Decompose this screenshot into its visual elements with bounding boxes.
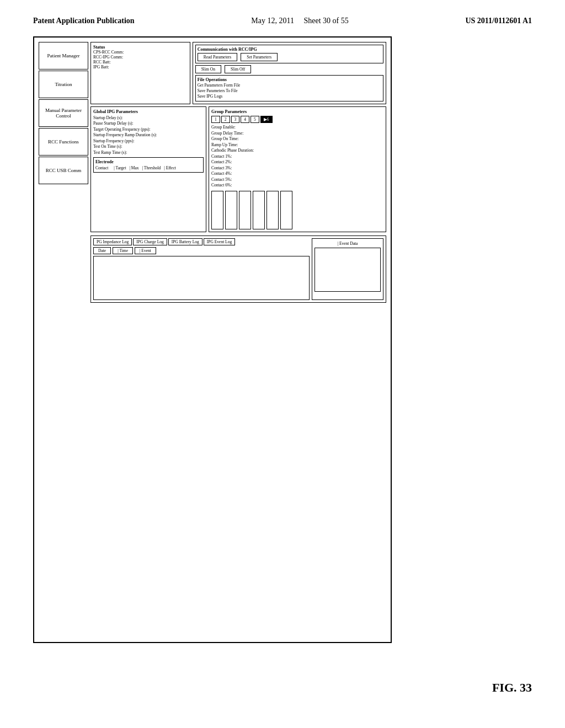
fig-label: FIG. 33 — [492, 681, 532, 695]
electrode-headers: Contact | Target | Max | Threshold | Eff… — [95, 165, 201, 170]
contact-2: Contact 2%: — [211, 159, 383, 164]
ui-main-panel: Status CPS-RCC Comm: RCC-IPG Comm: RCC B… — [90, 42, 386, 638]
electrode-section: Electrode Contact | Target | Max | Thres… — [93, 157, 204, 173]
top-row: Status CPS-RCC Comm: RCC-IPG Comm: RCC B… — [90, 42, 386, 104]
sidebar-item-patient-manager[interactable]: Patient Manager — [39, 42, 88, 69]
bar-2 — [225, 191, 237, 229]
contact-6: Contact 6%: — [211, 183, 383, 188]
electrode-title: Electrode — [95, 159, 201, 164]
log-tabs-section: PG Impedance Log IPG Charge Log IPG Batt… — [93, 238, 310, 300]
field-test-ramp: Test Ramp Time (s): — [93, 150, 204, 155]
logs-panel: PG Impedance Log IPG Charge Log IPG Batt… — [90, 235, 386, 303]
group-tab-3[interactable]: 3 — [231, 116, 240, 123]
contact-3: Contact 3%: — [211, 165, 383, 170]
group-bars — [211, 191, 383, 229]
event-data-label: | Event Data — [315, 241, 381, 246]
file-ops-title: File Operations — [198, 77, 381, 82]
bar-4 — [253, 191, 265, 229]
group-tab-5[interactable]: 5 — [250, 116, 259, 123]
log-content-area — [93, 256, 310, 300]
tab-pg-impedance[interactable]: PG Impedance Log — [93, 238, 132, 245]
comm-section: Communication with RCC/IPG Read Paramete… — [195, 45, 383, 63]
functions-panel: Communication with RCC/IPG Read Paramete… — [193, 42, 386, 104]
tab-ipg-charge[interactable]: IPG Charge Log — [133, 238, 167, 245]
tab-ipg-event[interactable]: IPG Event Log — [204, 238, 235, 245]
read-params-btn[interactable]: Read Parameters — [198, 53, 238, 61]
bar-6 — [280, 191, 292, 229]
group-params-title: Group Parameters — [211, 109, 383, 114]
status-panel: Status CPS-RCC Comm: RCC-IPG Comm: RCC B… — [90, 42, 190, 104]
log-col-date: Date — [93, 247, 111, 254]
sidebar-item-rcc-functions[interactable]: RCC Functions — [39, 128, 88, 156]
rcc-ipg-comm: RCC-IPG Comm: — [93, 55, 188, 60]
tab-ipg-battery[interactable]: IPG Battery Log — [168, 238, 202, 245]
contact-5: Contact 5%: — [211, 177, 383, 182]
save-params-btn[interactable]: Save Parameters To File — [198, 88, 381, 93]
save-ipg-logs-btn[interactable]: Save IPG Logs — [198, 94, 381, 99]
file-ops-section: File Operations Get Parameters Form File… — [195, 75, 383, 101]
ui-sidebar: Patient Manager Titration Manual Paramet… — [39, 42, 88, 638]
cathodic-phase: Cathodic Phase Duration: — [211, 148, 383, 153]
bar-5 — [266, 191, 279, 229]
slim-off-btn[interactable]: Slim Off — [225, 65, 251, 73]
bar-3 — [239, 191, 251, 229]
sidebar-item-titration[interactable]: Titration — [39, 71, 88, 98]
ipg-batt: IPG Batt: — [93, 65, 188, 69]
log-tab-bar: PG Impedance Log IPG Charge Log IPG Batt… — [93, 238, 310, 245]
main-content: Patient Manager Titration Manual Paramet… — [0, 31, 565, 649]
ramp-up-time: Ramp Up Time: — [211, 142, 383, 147]
header-right: US 2011/0112601 A1 — [465, 17, 532, 25]
effect-header: | Effect — [164, 165, 176, 170]
global-ipg-title: Global IPG Parameters — [93, 109, 204, 114]
group-params-panel: Group Parameters 1 2 3 4 5 ▶6 Group Enab… — [209, 106, 386, 232]
cps-rcc-comm: CPS-RCC Comm: — [93, 50, 188, 55]
bar-1 — [211, 191, 223, 229]
group-tab-4[interactable]: 4 — [241, 116, 249, 123]
sidebar-item-rcc-usb[interactable]: RCC USB Comm — [39, 157, 88, 184]
max-header: | Max — [129, 165, 138, 170]
status-title: Status — [93, 45, 188, 50]
log-columns: Date | Time | Event — [93, 247, 310, 254]
group-enable: Group Enable: — [211, 125, 383, 130]
group-tabs: 1 2 3 4 5 ▶6 — [211, 116, 383, 123]
page-header: Patent Application Publication May 12, 2… — [0, 0, 565, 31]
field-startup-delay: Startup Delay (s): — [93, 115, 204, 120]
event-data-section: | Event Data — [312, 238, 383, 300]
threshold-header: | Threshold — [142, 165, 161, 170]
group-tab-6[interactable]: ▶6 — [260, 116, 273, 123]
field-target-freq: Target Operating Frequency (pps): — [93, 127, 204, 132]
event-data-content — [315, 248, 381, 292]
header-center: May 12, 2011 Sheet 30 of 55 — [251, 17, 348, 25]
field-startup-freq: Startup Frequency (pps): — [93, 138, 204, 143]
middle-row: Global IPG Parameters Startup Delay (s):… — [90, 106, 386, 232]
global-ipg-panel: Global IPG Parameters Startup Delay (s):… — [90, 106, 206, 232]
field-pause-startup: Pause Startup Delay (s): — [93, 121, 204, 126]
slim-on-btn[interactable]: Slim On — [195, 65, 221, 73]
get-params-btn[interactable]: Get Parameters Form File — [198, 83, 381, 88]
contact-header: Contact — [95, 165, 108, 170]
log-col-event: | Event — [135, 247, 156, 254]
ui-diagram: Patient Manager Titration Manual Paramet… — [33, 36, 392, 643]
slim-section: Slim On Slim Off — [195, 65, 383, 73]
sidebar-item-manual-param[interactable]: Manual Parameter Control — [39, 99, 88, 127]
contact-1: Contact 1%: — [211, 154, 383, 159]
target-header: | Target — [114, 165, 126, 170]
header-left: Patent Application Publication — [33, 17, 135, 25]
contact-4: Contact 4%: — [211, 171, 383, 176]
group-on-time: Group On Time: — [211, 136, 383, 141]
group-delay: Group Delay Time: — [211, 131, 383, 136]
comm-buttons: Read Parameters Set Parameters — [198, 53, 381, 61]
field-test-on-time: Test On Time (s): — [93, 144, 204, 149]
comm-title: Communication with RCC/IPG — [198, 47, 381, 52]
field-startup-ramp: Startup Frequency Ramp Duration (s): — [93, 132, 204, 137]
rcc-batt: RCC Batt: — [93, 60, 188, 65]
log-col-time: | Time — [113, 247, 133, 254]
group-tab-2[interactable]: 2 — [221, 116, 230, 123]
group-tab-1[interactable]: 1 — [211, 116, 220, 123]
set-params-btn[interactable]: Set Parameters — [241, 53, 278, 61]
